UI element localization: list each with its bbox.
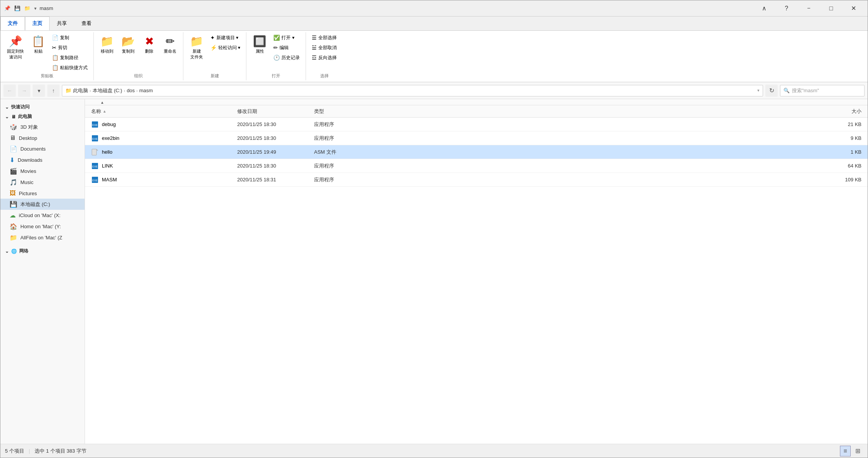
clipboard-col: 📋 粘贴 <box>28 33 48 56</box>
col-header-name[interactable]: 名称 ▲ <box>91 108 237 115</box>
file-size-masm: 109 KB <box>383 177 861 183</box>
sidebar-section-network[interactable]: ⌄ 🌐 网络 <box>0 246 85 256</box>
maximize-btn[interactable]: □ <box>820 0 842 17</box>
file-row-exe2bin[interactable]: EXE exe2bin 2020/11/25 18:30 应用程序 9 KB <box>85 131 868 145</box>
organize-label: 组织 <box>134 73 143 80</box>
documents-icon: 📄 <box>10 145 17 153</box>
history-btn[interactable]: 🕐 历史记录 <box>271 53 303 62</box>
open-btn[interactable]: ✅ 打开 ▾ <box>271 33 303 42</box>
save-icon: 💾 <box>13 5 21 12</box>
sidebar-item-local-c[interactable]: 💾 本地磁盘 (C:) <box>0 199 85 210</box>
pin-btn-icon: 📌 <box>9 35 22 48</box>
forward-btn[interactable]: → <box>18 85 30 97</box>
file-row-masm[interactable]: EXE MASM 2020/11/25 18:31 应用程序 109 KB <box>85 173 868 187</box>
exe-icon-exe2bin: EXE <box>91 134 99 142</box>
address-path[interactable]: 📁 此电脑 › 本地磁盘 (C:) › dos › masm ▾ <box>62 85 763 96</box>
up-btn[interactable]: ↑ <box>47 85 60 97</box>
file-name-link: EXE LINK <box>91 162 237 170</box>
ribbon-collapse-btn[interactable]: ∧ <box>753 0 775 17</box>
sidebar-section-this-pc[interactable]: ⌄ 🖥 此电脑 <box>0 112 85 121</box>
delete-btn[interactable]: ✖ 删除 <box>139 33 159 56</box>
col-header-size[interactable]: 大小 <box>383 108 861 115</box>
search-placeholder: 搜索"masm" <box>792 87 819 94</box>
invert-icon: ☲ <box>312 55 317 61</box>
minimize-btn[interactable]: － <box>798 0 820 17</box>
window-title: masm <box>40 5 53 11</box>
asm-icon-hello <box>91 148 99 156</box>
qat-dropdown[interactable]: ▾ <box>34 6 37 11</box>
sidebar-item-home-mac[interactable]: 🏠 Home on 'Mac' (Y: <box>0 221 85 232</box>
rename-btn[interactable]: ✏ 重命名 <box>160 33 180 56</box>
pictures-icon: 🖼 <box>10 190 16 197</box>
history-icon: 🕐 <box>273 55 280 61</box>
recent-btn[interactable]: ▾ <box>33 85 45 97</box>
select-items: ☰ 全部选择 ☱ 全部取消 ☲ 反向选择 <box>309 33 339 72</box>
new-folder-icon: 📁 <box>190 35 203 48</box>
group-new: 📁 新建文件夹 ✦ 新建项目 ▾ ⚡ 轻松访问 ▾ 新建 <box>183 32 246 80</box>
sidebar-item-downloads[interactable]: ⬇ Downloads <box>0 154 85 166</box>
select-none-btn[interactable]: ☱ 全部取消 <box>309 43 339 52</box>
sidebar-item-music[interactable]: 🎵 Music <box>0 177 85 188</box>
search-box[interactable]: 🔍 搜索"masm" <box>780 85 865 96</box>
large-icons-view-btn[interactable]: ⊞ <box>852 446 863 456</box>
sidebar-item-pictures[interactable]: 🖼 Pictures <box>0 188 85 199</box>
new-folder-btn[interactable]: 📁 新建文件夹 <box>186 33 207 62</box>
copy-btn[interactable]: 📄 复制 <box>49 33 90 42</box>
paste-btn[interactable]: 📋 粘贴 <box>28 33 48 56</box>
path-masm[interactable]: masm <box>139 88 153 93</box>
easy-access-btn[interactable]: ⚡ 轻松访问 ▾ <box>208 43 243 52</box>
sidebar-item-movies[interactable]: 🎬 Movies <box>0 166 85 177</box>
select-all-btn[interactable]: ☰ 全部选择 <box>309 33 339 42</box>
rename-icon: ✏ <box>166 35 175 48</box>
sidebar-item-3d[interactable]: 🎲 3D 对象 <box>0 121 85 133</box>
sidebar-section-quick-access[interactable]: ⌄ 快速访问 <box>0 102 85 112</box>
tab-view[interactable]: 查看 <box>74 17 99 30</box>
close-btn[interactable]: ✕ <box>842 0 865 17</box>
file-type-masm: 应用程序 <box>314 176 383 183</box>
tab-share[interactable]: 共享 <box>50 17 74 30</box>
tab-home[interactable]: 主页 <box>25 17 50 30</box>
copy-to-btn[interactable]: 📂 复制到 <box>118 33 138 56</box>
invert-select-btn[interactable]: ☲ 反向选择 <box>309 53 339 62</box>
svg-text:EXE: EXE <box>92 138 98 140</box>
file-row-hello[interactable]: hello 2020/11/25 19:49 ASM 文件 1 KB <box>85 145 868 159</box>
tab-file[interactable]: 文件 <box>0 17 25 30</box>
pin-quickaccess-btn[interactable]: 📌 固定到快速访问 <box>3 33 27 62</box>
sidebar-thispc-icon: 🖥 <box>11 114 16 119</box>
group-open: 🔲 属性 ✅ 打开 ▾ ✏ 编辑 🕐 历史记录 <box>246 32 306 80</box>
copy-path-btn[interactable]: 📋 复制路径 <box>49 53 90 62</box>
details-view-btn[interactable]: ≡ <box>840 446 851 456</box>
properties-btn[interactable]: 🔲 属性 <box>249 33 270 56</box>
sidebar-item-desktop[interactable]: 🖥 Desktop <box>0 133 85 143</box>
path-dos[interactable]: dos <box>127 88 135 93</box>
path-thispc[interactable]: 此电脑 <box>73 87 88 94</box>
file-date-masm: 2020/11/25 18:31 <box>237 177 314 183</box>
open-col: ✅ 打开 ▾ ✏ 编辑 🕐 历史记录 <box>271 33 303 62</box>
downloads-icon: ⬇ <box>10 156 15 164</box>
sidebar-item-allfiles[interactable]: 📁 AllFiles on 'Mac' (Z <box>0 232 85 243</box>
help-btn[interactable]: ? <box>775 0 798 17</box>
refresh-btn[interactable]: ↻ <box>765 85 778 97</box>
group-organize: 📁 移动到 📂 复制到 ✖ 删除 ✏ 重命名 组织 <box>94 32 183 80</box>
file-row-link[interactable]: EXE LINK 2020/11/25 18:30 应用程序 64 KB <box>85 159 868 173</box>
main-content: ⌄ 快速访问 ⌄ 🖥 此电脑 🎲 3D 对象 🖥 Desktop 📄 Docum… <box>0 99 868 444</box>
back-btn[interactable]: ← <box>3 85 16 97</box>
col-header-date[interactable]: 修改日期 <box>237 108 314 115</box>
edit-btn[interactable]: ✏ 编辑 <box>271 43 303 52</box>
sidebar-item-documents[interactable]: 📄 Documents <box>0 143 85 154</box>
svg-text:EXE: EXE <box>92 124 98 126</box>
file-list: ▲ 名称 ▲ 修改日期 类型 大小 <box>85 99 868 444</box>
new-item-btn[interactable]: ✦ 新建项目 ▾ <box>208 33 243 42</box>
title-bar: 📌 💾 📁 ▾ masm ∧ ? － □ ✕ <box>0 0 868 17</box>
col-header-type[interactable]: 类型 <box>314 108 383 115</box>
copy-icon: 📄 <box>52 35 58 41</box>
cut-btn[interactable]: ✂ 剪切 <box>49 43 90 52</box>
select-none-icon: ☱ <box>312 45 317 51</box>
file-size-hello: 1 KB <box>383 149 861 155</box>
file-row-debug[interactable]: EXE debug 2020/11/25 18:30 应用程序 21 KB <box>85 118 868 131</box>
svg-text:EXE: EXE <box>92 165 98 168</box>
paste-shortcut-btn[interactable]: 📋 粘贴快捷方式 <box>49 63 90 72</box>
sidebar-item-icloud[interactable]: ☁ iCloud on 'Mac' (X: <box>0 210 85 221</box>
move-to-btn[interactable]: 📁 移动到 <box>97 33 117 56</box>
path-drive[interactable]: 本地磁盘 (C:) <box>93 87 122 94</box>
